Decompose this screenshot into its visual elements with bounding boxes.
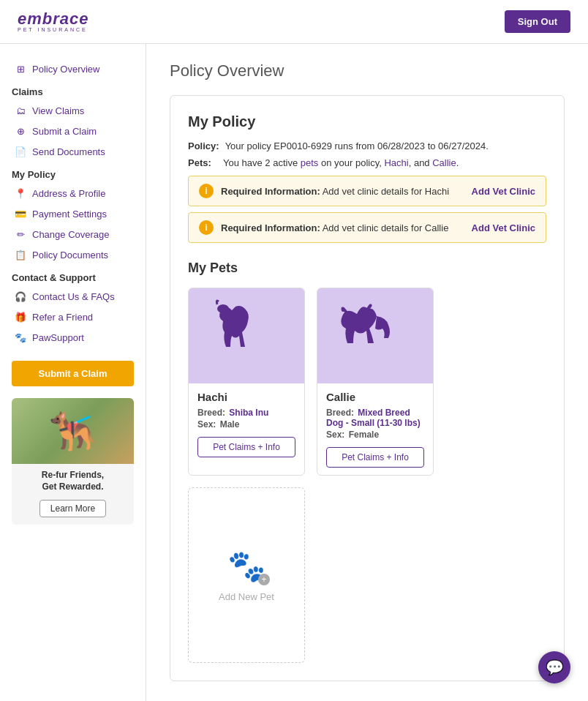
sidebar-item-policy-overview[interactable]: ⊞ Policy Overview	[12, 59, 134, 79]
add-vet-clinic-hachi-link[interactable]: Add Vet Clinic	[472, 186, 535, 197]
alert-body-hachi: Add vet clinic details for Hachi	[323, 186, 449, 197]
policy-label: Policy:	[188, 140, 219, 151]
pets-active-link[interactable]: pets	[301, 157, 319, 168]
pets-grid: Hachi Breed: Shiba Inu Sex: Male Pet Cla…	[188, 288, 546, 663]
sidebar-promo-block: 🐕‍🦺 Re-fur Friends, Get Rewarded. Learn …	[12, 398, 134, 525]
hachi-silhouette	[210, 296, 283, 376]
sidebar-promo-heading2: Get Rewarded.	[42, 481, 103, 492]
pin-icon: 📍	[15, 187, 26, 199]
sidebar-item-address-profile[interactable]: 📍 Address & Profile	[12, 183, 134, 203]
main-content: Policy Overview My Policy Policy: Your p…	[146, 44, 588, 701]
pet-sex-value-callie: Female	[349, 430, 379, 440]
sidebar-item-change-coverage[interactable]: ✏ Change Coverage	[12, 224, 134, 244]
sidebar-item-submit-claim[interactable]: ⊕ Submit a Claim	[12, 121, 134, 141]
policy-card-title: My Policy	[188, 113, 546, 130]
logo-text: embrace	[18, 11, 89, 27]
sidebar-promo-heading1: Re-fur Friends,	[42, 470, 104, 480]
pet-body-callie: Callie Breed: Mixed Breed Dog - Small (1…	[317, 383, 433, 475]
alert-body-callie: Add vet clinic details for Callie	[323, 222, 449, 233]
sidebar-label-submit-claim: Submit a Claim	[32, 126, 97, 137]
sign-out-button[interactable]: Sign Out	[505, 10, 570, 33]
callie-link[interactable]: Callie	[432, 157, 456, 168]
svg-point-0	[217, 304, 229, 313]
hachi-link[interactable]: Hachi	[384, 157, 408, 168]
alert-icon-hachi: i	[199, 184, 214, 198]
sidebar-promo-text: Re-fur Friends, Get Rewarded.	[12, 464, 134, 495]
grid-icon: ⊞	[15, 63, 26, 75]
sidebar-label-policy-overview: Policy Overview	[32, 64, 99, 75]
main-layout: ⊞ Policy Overview Claims 🗂 View Claims ⊕…	[0, 44, 588, 701]
pet-sex-callie: Sex: Female	[326, 430, 424, 440]
pet-body-hachi: Hachi Breed: Shiba Inu Sex: Male Pet Cla…	[189, 383, 304, 465]
logo-sub: PET INSURANCE	[18, 27, 88, 32]
pets-label: Pets:	[188, 157, 217, 168]
alert-bold-hachi: Required Information:	[221, 186, 320, 197]
sidebar-item-send-documents[interactable]: 📄 Send Documents	[12, 141, 134, 162]
alert-icon-callie: i	[199, 220, 214, 235]
pet-claims-btn-callie[interactable]: Pet Claims + Info	[326, 447, 424, 468]
paw-icon: 🐾	[15, 331, 26, 343]
pet-sex-label-hachi: Sex:	[197, 419, 216, 430]
policy-value: Your policy EP0010-6929 runs from 06/28/…	[225, 140, 489, 151]
submit-claim-sidebar-button[interactable]: Submit a Claim	[12, 361, 134, 386]
plus-circle-icon: ⊕	[15, 125, 26, 137]
add-pet-icon-wrapper: 🐾 +	[227, 548, 265, 584]
add-new-pet-card[interactable]: 🐾 + Add New Pet	[188, 487, 305, 663]
headset-icon: 🎧	[15, 290, 26, 302]
sidebar-item-payment-settings[interactable]: 💳 Payment Settings	[12, 203, 134, 224]
pet-claims-btn-hachi[interactable]: Pet Claims + Info	[197, 437, 295, 457]
sidebar-item-contact-faqs[interactable]: 🎧 Contact Us & FAQs	[12, 286, 134, 307]
add-pet-label: Add New Pet	[219, 591, 274, 602]
sidebar-label-view-claims: View Claims	[32, 105, 84, 116]
doc-icon: 📄	[15, 146, 26, 157]
file-icon: 🗂	[15, 105, 26, 116]
sidebar: ⊞ Policy Overview Claims 🗂 View Claims ⊕…	[0, 44, 146, 701]
pet-image-hachi	[189, 288, 304, 383]
pet-sex-label-callie: Sex:	[326, 430, 344, 440]
sidebar-label-change-coverage: Change Coverage	[32, 229, 110, 240]
pet-card-callie: Callie Breed: Mixed Breed Dog - Small (1…	[317, 288, 434, 476]
callie-silhouette	[331, 296, 419, 376]
policy-card: My Policy Policy: Your policy EP0010-692…	[170, 95, 565, 681]
pet-breed-value-hachi: Shiba Inu	[229, 408, 268, 418]
policy-info-pets-row: Pets: You have 2 active pets on your pol…	[188, 157, 546, 168]
pet-card-hachi: Hachi Breed: Shiba Inu Sex: Male Pet Cla…	[188, 288, 305, 476]
pet-breed-label-callie: Breed:	[326, 408, 354, 418]
pet-sex-hachi: Sex: Male	[197, 419, 295, 430]
chat-bubble-button[interactable]: 💬	[538, 651, 570, 683]
sidebar-label-policy-documents: Policy Documents	[32, 250, 108, 260]
sidebar-label-payment-settings: Payment Settings	[32, 209, 107, 220]
docs-icon: 📋	[15, 249, 26, 260]
sidebar-item-view-claims[interactable]: 🗂 View Claims	[12, 100, 134, 121]
card-icon: 💳	[15, 208, 26, 220]
sidebar-label-address-profile: Address & Profile	[32, 188, 105, 199]
alert-callie: i Required Information: Add vet clinic d…	[188, 212, 546, 243]
sidebar-label-paw-support: PawSupport	[32, 332, 84, 343]
pet-name-hachi: Hachi	[197, 391, 295, 403]
header: embrace PET INSURANCE Sign Out	[0, 0, 588, 44]
sidebar-label-send-documents: Send Documents	[32, 146, 105, 157]
sidebar-item-refer-friend[interactable]: 🎁 Refer a Friend	[12, 307, 134, 327]
alert-hachi: i Required Information: Add vet clinic d…	[188, 176, 546, 206]
my-pets-title: My Pets	[188, 260, 546, 276]
pet-name-callie: Callie	[326, 391, 424, 403]
page-title: Policy Overview	[170, 61, 565, 80]
add-plus-icon: +	[258, 574, 270, 585]
gift-icon: 🎁	[15, 311, 26, 323]
sidebar-item-paw-support[interactable]: 🐾 PawSupport	[12, 327, 134, 348]
promo-dogs-icon: 🐕‍🦺	[49, 409, 97, 454]
add-vet-clinic-callie-link[interactable]: Add Vet Clinic	[472, 222, 535, 233]
sidebar-promo-image: 🐕‍🦺	[12, 398, 134, 464]
my-pets-section: My Pets Hachi	[188, 260, 546, 663]
pet-breed-label-hachi: Breed:	[197, 408, 225, 418]
sidebar-section-claims: Claims	[12, 86, 134, 97]
sidebar-label-refer-friend: Refer a Friend	[32, 312, 93, 323]
sidebar-item-policy-documents[interactable]: 📋 Policy Documents	[12, 244, 134, 265]
pets-value: You have 2 active pets on your policy, H…	[223, 157, 459, 168]
pet-breed-callie: Breed: Mixed Breed Dog - Small (11-30 lb…	[326, 408, 424, 428]
sidebar-promo-learn-more-button[interactable]: Learn More	[39, 500, 106, 517]
alert-text-callie: Required Information: Add vet clinic det…	[221, 222, 464, 233]
policy-info-policy-row: Policy: Your policy EP0010-6929 runs fro…	[188, 140, 546, 151]
sidebar-label-contact-faqs: Contact Us & FAQs	[32, 291, 115, 302]
logo: embrace PET INSURANCE	[18, 11, 89, 32]
